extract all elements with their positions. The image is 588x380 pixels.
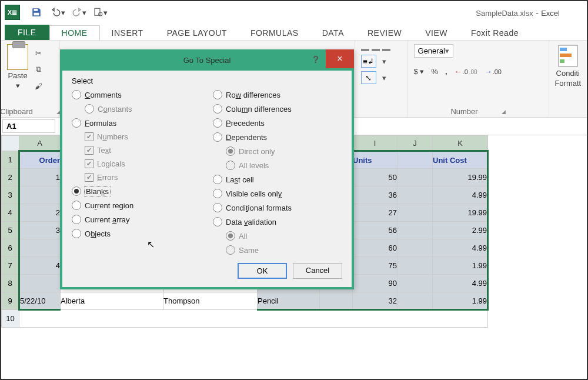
row-header[interactable]: 4 (2, 204, 19, 222)
option-column-differences[interactable]: Column differences (213, 104, 342, 114)
option-current-array[interactable]: Current array (72, 215, 201, 224)
cell[interactable]: 50 (353, 169, 397, 186)
row-header[interactable]: 9 (2, 292, 19, 310)
conditional-formatting-button[interactable]: Conditi Formatt (555, 44, 581, 88)
column-header-k[interactable]: K (433, 136, 488, 151)
cell[interactable]: 32 (353, 292, 397, 310)
row-header[interactable]: 10 (2, 310, 19, 328)
cell[interactable]: 4.99 (433, 275, 488, 292)
increase-decimal-icon[interactable]: ←.0.00 (455, 67, 477, 76)
name-box[interactable]: A1 (2, 119, 55, 133)
tab-data[interactable]: DATA (310, 26, 356, 40)
option-precedents[interactable]: Precedents (213, 118, 342, 128)
tab-insert[interactable]: INSERT (100, 26, 155, 40)
cell[interactable]: 4.99 (433, 186, 488, 204)
wrap-text-icon[interactable]: ≡↲ (361, 55, 376, 68)
currency-icon[interactable]: $ ▾ (414, 67, 425, 76)
print-preview-icon[interactable]: ▾ (92, 4, 108, 21)
comma-icon[interactable]: , (445, 67, 447, 76)
cell[interactable]: 2 (19, 204, 61, 222)
cell[interactable] (397, 204, 433, 222)
row-header[interactable]: 5 (2, 222, 19, 239)
cell[interactable]: 2.99 (433, 222, 488, 239)
percent-icon[interactable]: % (431, 67, 438, 76)
dialog-titlebar[interactable]: Go To Special ? × (60, 49, 354, 71)
cell[interactable]: 19.99 (433, 204, 488, 222)
cell[interactable]: Unit Cost (433, 151, 488, 169)
cell[interactable] (320, 292, 353, 310)
tab-foxit[interactable]: Foxit Reade (459, 26, 530, 40)
option-visible-cells-only[interactable]: Visible cells only (213, 189, 342, 198)
row-header[interactable]: 1 (2, 151, 19, 169)
row-header[interactable]: 6 (2, 239, 19, 257)
cell[interactable] (397, 275, 433, 292)
option-numbers[interactable]: Numbers (85, 132, 201, 141)
column-header-a[interactable]: A (19, 136, 61, 151)
cell[interactable]: Units (353, 151, 397, 169)
tab-page-layout[interactable]: PAGE LAYOUT (155, 26, 239, 40)
cell[interactable]: Pencil (258, 292, 320, 310)
format-painter-icon[interactable]: 🖌 (32, 79, 45, 92)
tab-formulas[interactable]: FORMULAS (239, 26, 310, 40)
tab-home[interactable]: HOME (49, 25, 100, 40)
cell[interactable] (397, 151, 433, 169)
cell[interactable] (397, 222, 433, 239)
cell[interactable]: 27 (353, 204, 397, 222)
option-constants[interactable]: Constants (85, 104, 201, 114)
option-blanks[interactable]: Blanks (72, 186, 201, 196)
option-dependents[interactable]: Dependents (213, 132, 342, 142)
cell[interactable]: 56 (353, 222, 397, 239)
ok-button[interactable]: OK (238, 263, 287, 279)
merge-center-icon[interactable]: ⤡ (361, 71, 376, 84)
cell[interactable]: 1.99 (433, 292, 488, 310)
option-data-validation[interactable]: Data validation (213, 217, 342, 226)
tab-view[interactable]: VIEW (413, 26, 459, 40)
row-header[interactable]: 8 (2, 275, 19, 292)
close-icon[interactable]: × (326, 49, 354, 68)
save-icon[interactable] (28, 4, 45, 21)
row-header[interactable]: 2 (2, 169, 19, 186)
cell[interactable]: 4.99 (433, 239, 488, 257)
cell[interactable]: 1 (19, 169, 61, 186)
copy-icon[interactable]: ⧉ (32, 63, 45, 76)
cell[interactable] (19, 239, 61, 257)
cell[interactable]: Thompson (163, 292, 258, 310)
option-objects[interactable]: Objects (72, 229, 201, 238)
cell[interactable] (397, 239, 433, 257)
row-header[interactable]: 3 (2, 186, 19, 204)
cell[interactable]: 4 (19, 257, 61, 275)
cell[interactable]: 36 (353, 186, 397, 204)
cell[interactable]: 19.99 (433, 169, 488, 186)
option-last-cell[interactable]: Last cell (213, 175, 342, 184)
cell[interactable]: 90 (353, 275, 397, 292)
cell[interactable]: 3 (19, 222, 61, 239)
select-all-corner[interactable] (2, 136, 19, 151)
column-header-i[interactable]: I (353, 136, 397, 151)
paste-button[interactable]: Paste▾ (7, 44, 28, 90)
tab-file[interactable]: FILE (5, 25, 49, 40)
dialog-launcher-icon[interactable]: ◢ (502, 109, 506, 115)
option-current-region[interactable]: Current region (72, 201, 201, 210)
number-format-dropdown[interactable]: General▾ (414, 44, 453, 58)
align-top-icon[interactable] (361, 49, 390, 51)
option-row-differences[interactable]: Row differences (213, 90, 342, 99)
cut-icon[interactable]: ✂ (32, 46, 45, 59)
tab-review[interactable]: REVIEW (356, 26, 413, 40)
cancel-button[interactable]: Cancel (293, 263, 342, 279)
decrease-decimal-icon[interactable]: →.00 (485, 67, 502, 76)
option-errors[interactable]: Errors (85, 173, 201, 182)
undo-icon[interactable]: ▾ (49, 4, 66, 21)
cell[interactable]: 1.99 (433, 257, 488, 275)
option-conditional-formats[interactable]: Conditional formats (213, 203, 342, 212)
cell[interactable]: 60 (353, 239, 397, 257)
cell[interactable] (19, 275, 61, 292)
option-text[interactable]: Text (85, 146, 201, 155)
cell[interactable]: Alberta (61, 292, 163, 310)
cell[interactable]: 5/22/10 (19, 292, 61, 310)
help-icon[interactable]: ? (313, 55, 319, 65)
cell[interactable] (19, 310, 488, 328)
option-logicals[interactable]: Logicals (85, 159, 201, 168)
redo-icon[interactable]: ▾ (71, 4, 87, 21)
cell[interactable] (397, 169, 433, 186)
option-formulas[interactable]: Formulas (72, 118, 201, 128)
